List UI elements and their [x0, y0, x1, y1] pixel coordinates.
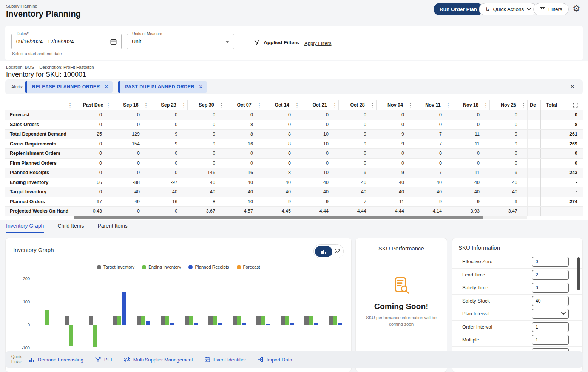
bar[interactable] [338, 323, 342, 325]
table-cell-truncated [527, 149, 540, 158]
quick-link-multi-supplier-management[interactable]: Multi Supplier Management [123, 357, 193, 363]
apply-filters-link[interactable]: Apply Filters [304, 40, 332, 46]
legend-item[interactable]: Forecast [237, 265, 260, 269]
alert-chip[interactable]: RELEASE PLANNED ORDER× [25, 81, 113, 93]
table-cell: 11 [376, 197, 414, 207]
bar[interactable] [141, 316, 145, 325]
field-label: Order Interval [452, 324, 492, 330]
line-chart-toggle[interactable] [334, 248, 341, 255]
kebab-icon[interactable]: ⋮ [257, 102, 262, 108]
chip-close-icon[interactable]: × [105, 84, 108, 90]
bar[interactable] [237, 316, 241, 325]
bar[interactable] [69, 325, 73, 346]
bar[interactable] [233, 316, 237, 325]
breadcrumb[interactable]: Supply Planning [6, 4, 37, 8]
kebab-icon[interactable]: ⋮ [332, 102, 337, 108]
bar[interactable] [314, 323, 318, 325]
quick-link-import-data[interactable]: Import Data [258, 357, 292, 363]
bar[interactable] [93, 325, 97, 347]
kebab-icon[interactable]: ⋮ [219, 102, 224, 108]
horizontal-scrollbar-thumb[interactable] [74, 216, 483, 219]
bar[interactable] [256, 316, 261, 325]
bar[interactable] [333, 316, 337, 325]
dates-field[interactable]: Dates* 09/16/2024 - 12/09/2024 [11, 34, 122, 49]
vertical-scrollbar-thumb[interactable] [577, 257, 580, 290]
kebab-icon[interactable]: ⋮ [106, 102, 111, 108]
y-axis-tick: 200 [16, 276, 30, 281]
bar[interactable] [218, 323, 222, 325]
table-cell: 0 [112, 207, 150, 216]
bar[interactable] [266, 324, 270, 325]
bar[interactable] [281, 316, 285, 325]
bar[interactable] [170, 323, 174, 325]
field-input[interactable]: 0 [532, 257, 569, 267]
kebab-icon[interactable]: ⋮ [483, 102, 488, 108]
bar[interactable] [137, 316, 141, 325]
field-input[interactable]: 40 [532, 296, 569, 306]
table-cell: 4.14 [414, 207, 452, 216]
alert-chip[interactable]: PAST DUE PLANNED ORDER× [118, 81, 207, 93]
bar[interactable] [89, 316, 93, 325]
tab-child-items[interactable]: Child Items [57, 223, 84, 233]
field-input[interactable]: 1 [532, 322, 569, 332]
bar[interactable] [285, 316, 289, 325]
legend-item[interactable]: Planned Receipts [188, 265, 229, 269]
bar[interactable] [45, 310, 49, 325]
plan-interval-select[interactable] [532, 309, 569, 319]
bar[interactable] [208, 316, 213, 325]
tab-inventory-graph[interactable]: Inventory Graph [6, 223, 44, 233]
chip-close-icon[interactable]: × [199, 84, 202, 90]
quick-link-label: PEI [104, 357, 112, 363]
field-input[interactable]: 0 [532, 283, 569, 293]
kebab-icon[interactable]: ⋮ [446, 102, 451, 108]
kebab-icon[interactable]: ⋮ [370, 102, 375, 108]
bar[interactable] [194, 323, 198, 325]
bar-chart-toggle[interactable] [315, 246, 332, 257]
bar[interactable] [113, 316, 117, 325]
tab-parent-items[interactable]: Parent Items [97, 223, 127, 233]
bar[interactable] [189, 316, 193, 325]
table-cell: 0 [225, 159, 263, 168]
bar[interactable] [146, 321, 150, 325]
legend-dot [188, 265, 193, 269]
bar[interactable] [161, 316, 165, 325]
kebab-icon[interactable]: ⋮ [408, 102, 413, 108]
kebab-icon[interactable]: ⋮ [144, 102, 148, 108]
gear-icon[interactable]: ⚙ [573, 4, 580, 13]
kebab-icon[interactable]: ⋮ [295, 102, 299, 108]
quick-link-pei[interactable]: PEI [95, 357, 112, 363]
bar[interactable] [261, 316, 265, 325]
quick-link-label: Import Data [267, 357, 292, 363]
filters-button[interactable]: Filters [533, 3, 569, 15]
bar[interactable] [65, 316, 69, 325]
table-cell: 0 [301, 149, 338, 158]
field-input[interactable]: 1 [532, 335, 569, 345]
uom-select[interactable]: Units of Measure Unit [127, 34, 234, 49]
bar[interactable] [309, 316, 313, 325]
calendar-icon[interactable] [110, 38, 117, 45]
table-cell-truncated [527, 120, 540, 130]
bar[interactable] [290, 323, 294, 325]
bar[interactable] [304, 316, 309, 325]
legend-item[interactable]: Target Inventory [97, 265, 134, 269]
bar[interactable] [185, 316, 189, 325]
bar[interactable] [329, 316, 333, 325]
bar[interactable] [242, 323, 246, 325]
bar[interactable] [122, 292, 126, 325]
table-cell: 40 [452, 187, 489, 197]
bar[interactable] [117, 316, 121, 325]
legend-item[interactable]: Ending Inventory [142, 265, 181, 269]
kebab-icon[interactable]: ⋮ [68, 102, 73, 108]
quick-link-demand-forecasting[interactable]: Demand Forecasting [29, 357, 83, 363]
bar[interactable] [165, 316, 169, 325]
quick-link-event-identifier[interactable]: Event Identifier [204, 357, 246, 363]
field-input[interactable]: 2 [532, 270, 569, 280]
run-order-plan-button[interactable]: Run Order Plan [434, 3, 483, 15]
kebab-icon[interactable]: ⋮ [521, 102, 526, 108]
expand-icon[interactable] [573, 102, 578, 108]
close-icon[interactable]: × [570, 83, 574, 90]
quick-actions-button[interactable]: ↳ Quick Actions [479, 3, 537, 15]
table-cell: 0 [489, 159, 527, 168]
kebab-icon[interactable]: ⋮ [181, 102, 186, 108]
bar[interactable] [213, 316, 217, 325]
